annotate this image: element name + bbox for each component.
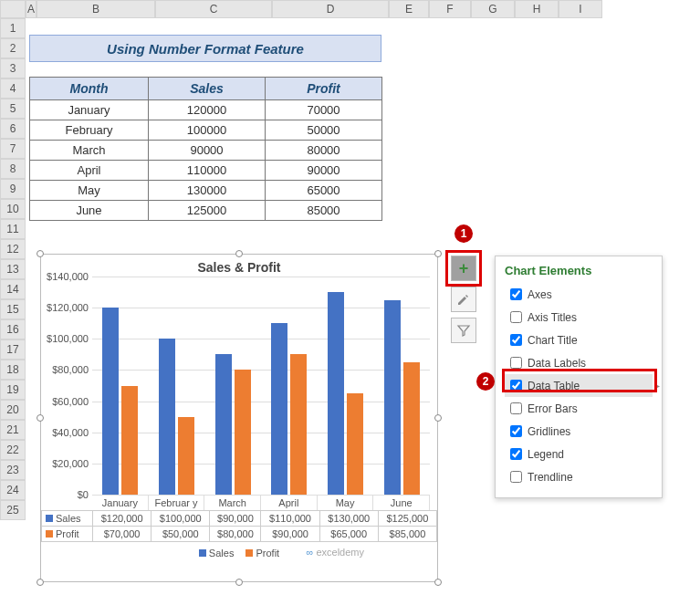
bar-sales[interactable] xyxy=(328,292,344,495)
row-24[interactable]: 24 xyxy=(0,480,26,500)
bar-profit[interactable] xyxy=(121,386,138,496)
flyout-item-legend[interactable]: Legend xyxy=(505,443,653,465)
th-month[interactable]: Month xyxy=(30,78,149,100)
bar-profit[interactable] xyxy=(235,370,251,495)
flyout-item-chart-title[interactable]: Chart Title xyxy=(505,329,653,351)
row-7[interactable]: 7 xyxy=(0,139,26,159)
col-A[interactable]: A xyxy=(26,0,37,18)
bar-group[interactable] xyxy=(318,277,374,495)
row-4[interactable]: 4 xyxy=(0,78,26,99)
callout-ring-1 xyxy=(445,250,482,287)
row-10[interactable]: 10 xyxy=(0,199,26,219)
bar-profit[interactable] xyxy=(347,393,363,495)
callout-badge-1: 1 xyxy=(454,224,473,243)
chart-filters-button[interactable] xyxy=(451,318,476,343)
col-C[interactable]: C xyxy=(155,0,272,18)
col-F[interactable]: F xyxy=(429,0,471,18)
table-row: March9000080000 xyxy=(30,141,382,161)
flyout-checkbox[interactable] xyxy=(510,402,522,414)
bar-sales[interactable] xyxy=(384,300,401,495)
row-22[interactable]: 22 xyxy=(0,440,26,460)
flyout-checkbox[interactable] xyxy=(510,311,522,323)
table-row: June12500085000 xyxy=(30,201,382,221)
x-tick-label: May xyxy=(318,496,374,510)
bar-sales[interactable] xyxy=(271,323,287,495)
row-3[interactable]: 3 xyxy=(0,58,26,78)
th-sales[interactable]: Sales xyxy=(149,78,266,100)
row-13[interactable]: 13 xyxy=(0,259,26,279)
chart-dtable-row: Profit$70,000$50,000$80,000$90,000$65,00… xyxy=(42,527,437,542)
x-tick-label: June xyxy=(373,496,430,510)
chart-styles-button[interactable] xyxy=(451,287,476,312)
select-all-corner[interactable] xyxy=(0,0,26,18)
row-8[interactable]: 8 xyxy=(0,159,26,179)
legend-label: Profit xyxy=(256,548,279,558)
x-tick-label: January xyxy=(92,496,149,510)
row-19[interactable]: 19 xyxy=(0,380,26,400)
chart-object[interactable]: Sales & Profit $0$20,000$40,000$60,000$8… xyxy=(40,254,438,582)
bar-sales[interactable] xyxy=(159,339,175,495)
bar-group[interactable] xyxy=(92,277,149,495)
row-23[interactable]: 23 xyxy=(0,460,26,480)
col-D[interactable]: D xyxy=(272,0,389,18)
col-H[interactable]: H xyxy=(515,0,559,18)
page-title: Using Number Format Feature xyxy=(29,35,381,62)
bar-group[interactable] xyxy=(149,277,205,495)
bar-sales[interactable] xyxy=(215,354,232,495)
x-tick-label: March xyxy=(204,496,261,510)
row-25[interactable]: 25 xyxy=(0,500,26,520)
row-15[interactable]: 15 xyxy=(0,299,26,319)
chart-legend[interactable]: Sales Profit xyxy=(41,542,437,562)
bar-sales[interactable] xyxy=(102,308,119,495)
row-5[interactable]: 5 xyxy=(0,99,26,119)
y-tick-label: $100,000 xyxy=(47,333,89,344)
table-row: January12000070000 xyxy=(30,100,382,120)
brush-icon xyxy=(456,292,471,307)
row-21[interactable]: 21 xyxy=(0,420,26,440)
y-tick-label: $60,000 xyxy=(52,396,89,407)
flyout-item-label: Axis Titles xyxy=(528,311,577,324)
bar-group[interactable] xyxy=(261,277,318,495)
row-14[interactable]: 14 xyxy=(0,279,26,299)
flyout-checkbox[interactable] xyxy=(510,471,522,483)
row-16[interactable]: 16 xyxy=(0,319,26,339)
row-6[interactable]: 6 xyxy=(0,119,26,139)
flyout-checkbox[interactable] xyxy=(510,357,522,369)
flyout-item-trendline[interactable]: Trendline xyxy=(505,465,653,488)
col-E[interactable]: E xyxy=(389,0,429,18)
flyout-item-axes[interactable]: Axes xyxy=(505,283,653,306)
row-1[interactable]: 1 xyxy=(0,18,26,38)
table-row: February10000050000 xyxy=(30,120,382,141)
chart-title[interactable]: Sales & Profit xyxy=(41,255,437,277)
y-tick-label: $0 xyxy=(78,489,89,500)
bar-group[interactable] xyxy=(373,277,430,495)
flyout-checkbox[interactable] xyxy=(510,334,522,346)
flyout-checkbox[interactable] xyxy=(510,288,522,300)
bar-group[interactable] xyxy=(204,277,261,495)
flyout-item-label: Axes xyxy=(528,288,552,301)
row-12[interactable]: 12 xyxy=(0,239,26,259)
col-B[interactable]: B xyxy=(37,0,155,18)
data-table[interactable]: Month Sales Profit January12000070000 Fe… xyxy=(29,77,382,221)
row-11[interactable]: 11 xyxy=(0,219,26,239)
bar-profit[interactable] xyxy=(403,362,420,495)
x-tick-label: Februar y xyxy=(149,496,205,510)
row-17[interactable]: 17 xyxy=(0,339,26,360)
row-20[interactable]: 20 xyxy=(0,400,26,420)
row-18[interactable]: 18 xyxy=(0,360,26,380)
flyout-title: Chart Elements xyxy=(505,264,653,277)
flyout-item-error-bars[interactable]: Error Bars xyxy=(505,397,653,420)
row-2[interactable]: 2 xyxy=(0,38,26,58)
col-G[interactable]: G xyxy=(471,0,515,18)
flyout-item-gridlines[interactable]: Gridlines xyxy=(505,420,653,443)
row-9[interactable]: 9 xyxy=(0,179,26,199)
flyout-checkbox[interactable] xyxy=(510,425,522,437)
col-I[interactable]: I xyxy=(559,0,602,18)
row-headers: 1 2 3 4 5 6 7 8 9 10 11 12 13 14 15 16 1… xyxy=(0,18,26,520)
bar-profit[interactable] xyxy=(178,417,194,495)
flyout-item-axis-titles[interactable]: Axis Titles xyxy=(505,306,653,329)
chart-plot-area[interactable]: $0$20,000$40,000$60,000$80,000$100,000$1… xyxy=(92,277,430,496)
flyout-checkbox[interactable] xyxy=(510,448,522,460)
bar-profit[interactable] xyxy=(290,354,307,495)
th-profit[interactable]: Profit xyxy=(266,78,382,100)
